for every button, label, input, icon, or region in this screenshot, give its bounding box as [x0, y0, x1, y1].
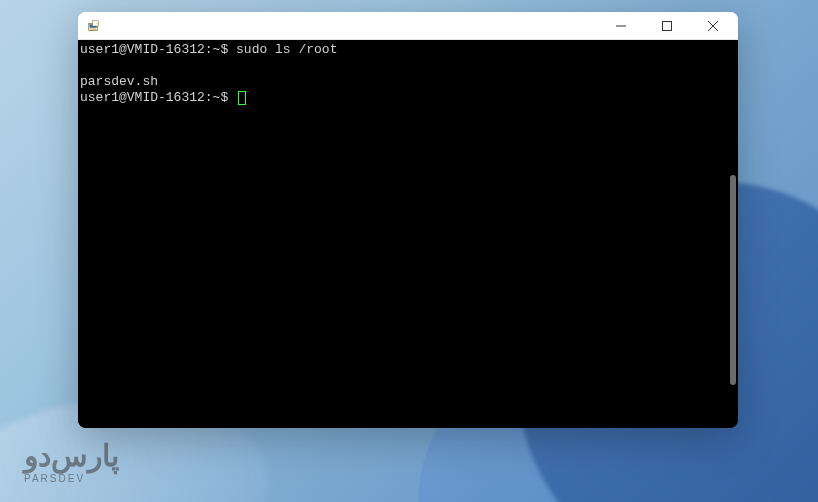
terminal-content[interactable]: user1@VMID-16312:~$ sudo ls /rootparsdev… [78, 40, 722, 428]
terminal-line: parsdev.sh [80, 74, 718, 90]
window-controls [598, 12, 736, 39]
shell-prompt: user1@VMID-16312:~$ [80, 42, 236, 57]
titlebar-left [86, 18, 102, 34]
terminal-blank-line [80, 58, 718, 74]
watermark-main-text: پارس‌دو [24, 441, 119, 471]
close-button[interactable] [690, 12, 736, 39]
terminal-line: user1@VMID-16312:~$ sudo ls /root [80, 42, 718, 58]
terminal-cursor [238, 91, 246, 105]
terminal-line: user1@VMID-16312:~$ [80, 90, 718, 106]
terminal-window: user1@VMID-16312:~$ sudo ls /rootparsdev… [78, 12, 738, 428]
svg-rect-5 [663, 21, 672, 30]
window-titlebar[interactable] [78, 12, 738, 40]
putty-icon [86, 18, 102, 34]
watermark-logo: پارس‌دو PARSDEV [24, 441, 119, 484]
maximize-button[interactable] [644, 12, 690, 39]
watermark-sub-text: PARSDEV [24, 473, 119, 484]
shell-command: sudo ls /root [236, 42, 337, 57]
shell-output: parsdev.sh [80, 74, 158, 89]
shell-prompt: user1@VMID-16312:~$ [80, 90, 236, 105]
minimize-button[interactable] [598, 12, 644, 39]
scrollbar-track[interactable] [722, 40, 738, 428]
terminal-viewport[interactable]: user1@VMID-16312:~$ sudo ls /rootparsdev… [78, 40, 738, 428]
scrollbar-thumb[interactable] [730, 175, 736, 385]
